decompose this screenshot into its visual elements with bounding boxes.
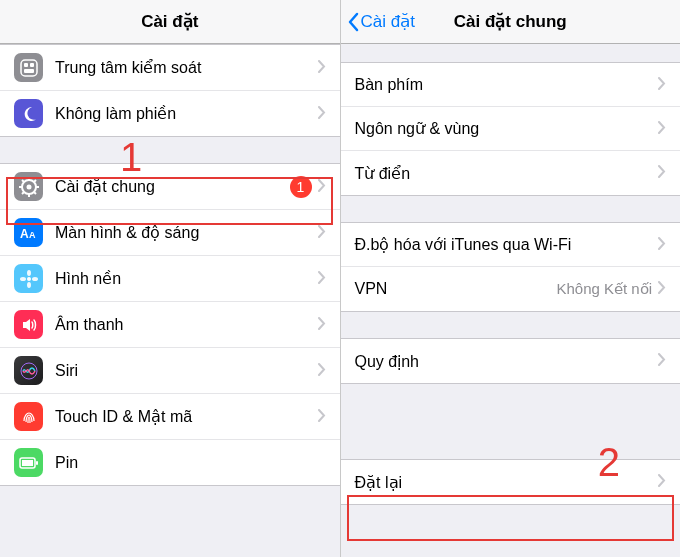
notification-badge: 1 xyxy=(290,176,312,198)
group-gap xyxy=(341,196,681,222)
general-group-4: Đặt lại xyxy=(341,459,681,505)
settings-list[interactable]: Trung tâm kiểm soát Không làm phiền xyxy=(0,44,340,557)
row-label: Siri xyxy=(55,362,318,380)
svg-line-10 xyxy=(22,180,24,182)
chevron-right-icon xyxy=(658,120,666,138)
group-gap xyxy=(0,137,340,163)
row-keyboard[interactable]: Bàn phím xyxy=(341,63,681,107)
chevron-right-icon xyxy=(658,164,666,182)
chevron-right-icon xyxy=(318,59,326,77)
fingerprint-icon xyxy=(14,402,43,431)
general-group-1: Bàn phím Ngôn ngữ & vùng Từ điển xyxy=(341,62,681,196)
row-label: Ngôn ngữ & vùng xyxy=(355,119,659,138)
chevron-left-icon xyxy=(347,12,359,32)
svg-text:A: A xyxy=(29,230,36,240)
svg-rect-0 xyxy=(21,60,37,76)
gear-icon xyxy=(14,172,43,201)
chevron-right-icon xyxy=(318,316,326,334)
row-label: Bàn phím xyxy=(355,76,659,94)
speaker-icon xyxy=(14,310,43,339)
svg-text:A: A xyxy=(20,227,29,240)
general-list[interactable]: Bàn phím Ngôn ngữ & vùng Từ điển Đ.bộ hó… xyxy=(341,44,681,557)
siri-icon xyxy=(14,356,43,385)
row-itunes-wifi-sync[interactable]: Đ.bộ hóa với iTunes qua Wi-Fi xyxy=(341,223,681,267)
svg-point-20 xyxy=(32,277,38,281)
svg-point-16 xyxy=(27,277,31,281)
chevron-right-icon xyxy=(658,473,666,491)
row-do-not-disturb[interactable]: Không làm phiền xyxy=(0,91,340,136)
row-regulatory[interactable]: Quy định xyxy=(341,339,681,383)
svg-rect-1 xyxy=(24,63,28,67)
general-group-3: Quy định xyxy=(341,338,681,384)
svg-point-19 xyxy=(20,277,26,281)
svg-point-5 xyxy=(26,184,31,189)
chevron-right-icon xyxy=(318,105,326,123)
settings-group-1: Trung tâm kiểm soát Không làm phiền xyxy=(0,44,340,137)
row-label: Quy định xyxy=(355,352,659,371)
general-pane: Cài đặt Cài đặt chung Bàn phím Ngôn ngữ … xyxy=(340,0,681,557)
svg-point-17 xyxy=(27,270,31,276)
row-value: Không Kết nối xyxy=(556,280,652,298)
battery-icon xyxy=(14,448,43,477)
row-label: Trung tâm kiểm soát xyxy=(55,58,318,77)
control-center-icon xyxy=(14,53,43,82)
page-title: Cài đặt xyxy=(141,11,198,32)
row-reset[interactable]: Đặt lại xyxy=(341,460,681,504)
chevron-right-icon xyxy=(318,270,326,288)
row-general[interactable]: Cài đặt chung 1 xyxy=(0,164,340,210)
row-label: Đ.bộ hóa với iTunes qua Wi-Fi xyxy=(355,235,659,254)
chevron-right-icon xyxy=(658,352,666,370)
svg-line-11 xyxy=(34,192,36,194)
row-label: Từ điển xyxy=(355,164,659,183)
general-group-2: Đ.bộ hóa với iTunes qua Wi-Fi VPN Không … xyxy=(341,222,681,312)
flower-icon xyxy=(14,264,43,293)
row-sounds[interactable]: Âm thanh xyxy=(0,302,340,348)
settings-pane: Cài đặt Trung tâm kiểm soát Không làm ph… xyxy=(0,0,340,557)
row-label: Đặt lại xyxy=(355,473,659,492)
chevron-right-icon xyxy=(658,236,666,254)
svg-rect-2 xyxy=(30,63,34,67)
chevron-right-icon xyxy=(318,362,326,380)
row-label: Cài đặt chung xyxy=(55,177,290,196)
row-dictionary[interactable]: Từ điển xyxy=(341,151,681,195)
row-label: Không làm phiền xyxy=(55,104,318,123)
svg-rect-24 xyxy=(36,461,38,465)
row-label: Touch ID & Mật mã xyxy=(55,407,318,426)
navbar-left: Cài đặt xyxy=(0,0,340,44)
row-wallpaper[interactable]: Hình nền xyxy=(0,256,340,302)
row-control-center[interactable]: Trung tâm kiểm soát xyxy=(0,45,340,91)
row-label: Màn hình & độ sáng xyxy=(55,223,318,242)
text-size-icon: AA xyxy=(14,218,43,247)
row-siri[interactable]: Siri xyxy=(0,348,340,394)
row-vpn[interactable]: VPN Không Kết nối xyxy=(341,267,681,311)
row-display[interactable]: AA Màn hình & độ sáng xyxy=(0,210,340,256)
svg-point-18 xyxy=(27,282,31,288)
row-battery[interactable]: Pin xyxy=(0,440,340,485)
row-language-region[interactable]: Ngôn ngữ & vùng xyxy=(341,107,681,151)
chevron-right-icon xyxy=(318,224,326,242)
svg-rect-3 xyxy=(24,69,34,73)
back-button[interactable]: Cài đặt xyxy=(347,11,415,32)
group-gap xyxy=(341,312,681,338)
group-gap xyxy=(341,384,681,459)
chevron-right-icon xyxy=(318,408,326,426)
group-gap xyxy=(341,44,681,62)
moon-icon xyxy=(14,99,43,128)
page-title: Cài đặt chung xyxy=(454,11,567,32)
back-label: Cài đặt xyxy=(361,11,415,32)
chevron-right-icon xyxy=(658,76,666,94)
row-touchid[interactable]: Touch ID & Mật mã xyxy=(0,394,340,440)
chevron-right-icon xyxy=(318,178,326,196)
navbar-right: Cài đặt Cài đặt chung xyxy=(341,0,681,44)
svg-line-13 xyxy=(22,192,24,194)
settings-group-2: Cài đặt chung 1 AA Màn hình & độ sáng Hì… xyxy=(0,163,340,486)
chevron-right-icon xyxy=(658,280,666,298)
row-label: Âm thanh xyxy=(55,316,318,334)
svg-rect-23 xyxy=(22,460,33,466)
row-label: Pin xyxy=(55,454,326,472)
row-label: VPN xyxy=(355,280,557,298)
svg-line-12 xyxy=(34,180,36,182)
row-label: Hình nền xyxy=(55,269,318,288)
